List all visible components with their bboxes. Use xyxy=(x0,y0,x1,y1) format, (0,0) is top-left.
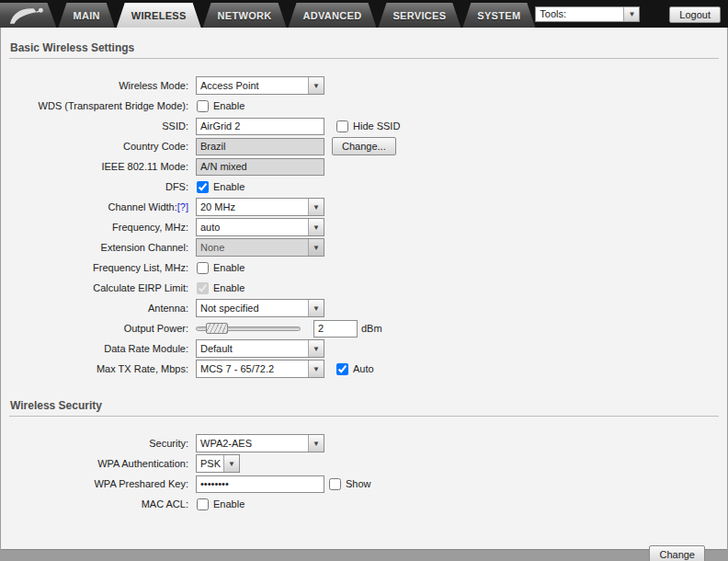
ssid-input[interactable] xyxy=(196,118,324,135)
wpa-auth-label: WPA Authentication: xyxy=(1,458,196,469)
top-nav-bar: MAIN WIRELESS NETWORK ADVANCED SERVICES … xyxy=(0,0,728,28)
country-code-input xyxy=(196,138,324,155)
wpa-auth-select[interactable]: PSK ▼ xyxy=(196,454,240,473)
wds-enable-label: Enable xyxy=(212,100,245,111)
wds-enable-checkbox[interactable] xyxy=(197,100,209,112)
frequency-list-row: Frequency List, MHz: Enable xyxy=(1,258,727,278)
wds-label: WDS (Transparent Bridge Mode): xyxy=(1,100,196,111)
mac-acl-enable-label: Enable xyxy=(212,498,245,509)
max-tx-rate-auto-label: Auto xyxy=(352,363,374,374)
tab-wireless[interactable]: WIRELESS xyxy=(117,3,201,28)
hide-ssid-checkbox[interactable] xyxy=(336,120,348,132)
airos-wireless-page: MAIN WIRELESS NETWORK ADVANCED SERVICES … xyxy=(0,0,728,561)
security-mode-label: Security: xyxy=(1,438,196,449)
tab-advanced[interactable]: ADVANCED xyxy=(289,3,377,28)
chevron-down-icon: ▼ xyxy=(308,219,324,235)
basic-wireless-settings-heading: Basic Wireless Settings xyxy=(9,28,719,59)
brand-tab[interactable] xyxy=(0,3,56,28)
wds-row: WDS (Transparent Bridge Mode): Enable xyxy=(1,96,727,116)
wpa-auth-row: WPA Authentication: PSK ▼ xyxy=(1,453,727,474)
frequency-label: Frequency, MHz: xyxy=(1,222,196,233)
logout-button[interactable]: Logout xyxy=(669,6,721,23)
output-power-row: Output Power: dBm xyxy=(1,318,727,338)
footer-actions: Change xyxy=(1,545,727,561)
wireless-mode-select[interactable]: Access Point ▼ xyxy=(196,76,324,95)
wpa-preshared-key-input[interactable] xyxy=(196,475,324,493)
ssid-label: SSID: xyxy=(1,120,196,132)
chevron-down-icon: ▼ xyxy=(308,300,324,316)
data-rate-module-row: Data Rate Module: Default ▼ xyxy=(1,338,727,359)
wpa-key-row: WPA Preshared Key: Show xyxy=(1,474,727,494)
ieee-mode-label: IEEE 802.11 Mode: xyxy=(1,161,196,172)
hide-ssid-label: Hide SSID xyxy=(352,120,400,132)
frequency-value: auto xyxy=(197,219,308,235)
ieee-mode-row: IEEE 802.11 Mode: xyxy=(1,156,727,177)
max-tx-rate-select[interactable]: MCS 7 - 65/72.2 ▼ xyxy=(196,360,324,378)
eirp-limit-enable-checkbox xyxy=(197,282,209,294)
output-power-slider[interactable] xyxy=(196,320,301,337)
chevron-down-icon: ▼ xyxy=(623,7,639,21)
extension-channel-value: None xyxy=(197,239,308,256)
tab-network[interactable]: NETWORK xyxy=(203,3,287,28)
antenna-logo-icon xyxy=(7,6,50,26)
max-tx-rate-value: MCS 7 - 65/72.2 xyxy=(197,361,308,377)
tab-system[interactable]: SYSTEM xyxy=(462,3,535,28)
chevron-down-icon: ▼ xyxy=(308,361,324,377)
eirp-limit-row: Calculate EIRP Limit: Enable xyxy=(1,278,727,298)
channel-width-value: 20 MHz xyxy=(197,199,308,215)
wireless-mode-value: Access Point xyxy=(197,77,308,94)
antenna-row: Antenna: Not specified ▼ xyxy=(1,298,727,318)
country-code-row: Country Code: Change... xyxy=(1,136,727,156)
frequency-list-enable-label: Enable xyxy=(212,262,245,273)
chevron-down-icon: ▼ xyxy=(223,455,239,472)
chevron-down-icon: ▼ xyxy=(308,239,324,256)
security-mode-select[interactable]: WPA2-AES ▼ xyxy=(196,434,324,452)
eirp-limit-enable-label: Enable xyxy=(212,282,245,293)
wireless-mode-label: Wireless Mode: xyxy=(1,80,196,91)
frequency-list-label: Frequency List, MHz: xyxy=(1,262,196,273)
output-power-unit: dBm xyxy=(361,323,382,334)
antenna-value: Not specified xyxy=(197,300,308,316)
antenna-select[interactable]: Not specified ▼ xyxy=(196,299,324,317)
dfs-enable-checkbox[interactable] xyxy=(197,181,209,193)
mac-acl-enable-checkbox[interactable] xyxy=(197,498,209,510)
chevron-down-icon: ▼ xyxy=(308,77,324,94)
frequency-select[interactable]: auto ▼ xyxy=(196,218,324,236)
extension-channel-row: Extension Channel: None ▼ xyxy=(1,237,727,258)
frequency-list-enable-checkbox[interactable] xyxy=(197,262,209,274)
slider-handle[interactable] xyxy=(206,323,228,334)
wireless-security-heading: Wireless Security xyxy=(9,379,719,417)
channel-width-help-link[interactable]: [?] xyxy=(177,201,188,212)
wireless-security-form: Security: WPA2-AES ▼ WPA Authentication:… xyxy=(1,417,727,514)
max-tx-rate-label: Max TX Rate, Mbps: xyxy=(1,363,196,374)
tools-select[interactable]: Tools: ▼ xyxy=(535,6,640,22)
country-change-button[interactable]: Change... xyxy=(332,137,396,155)
tools-select-value: Tools: xyxy=(536,7,623,21)
settings-panel: Basic Wireless Settings Wireless Mode: A… xyxy=(1,28,727,550)
output-power-input[interactable] xyxy=(313,320,358,338)
frequency-row: Frequency, MHz: auto ▼ xyxy=(1,217,727,237)
extension-channel-select: None ▼ xyxy=(196,238,324,257)
extension-channel-label: Extension Channel: xyxy=(1,242,196,253)
max-tx-rate-auto-checkbox[interactable] xyxy=(336,363,348,375)
max-tx-rate-row: Max TX Rate, Mbps: MCS 7 - 65/72.2 ▼ Aut… xyxy=(1,359,727,379)
change-button[interactable]: Change xyxy=(649,545,705,561)
antenna-label: Antenna: xyxy=(1,303,196,314)
channel-width-select[interactable]: 20 MHz ▼ xyxy=(196,198,324,216)
chevron-down-icon: ▼ xyxy=(308,435,324,452)
dfs-label: DFS: xyxy=(1,181,196,192)
country-code-label: Country Code: xyxy=(1,141,196,152)
show-key-checkbox[interactable] xyxy=(329,478,341,490)
chevron-down-icon: ▼ xyxy=(308,340,324,357)
basic-wireless-form: Wireless Mode: Access Point ▼ WDS (Trans… xyxy=(1,59,727,379)
output-power-label: Output Power: xyxy=(1,323,196,334)
tab-services[interactable]: SERVICES xyxy=(378,3,461,28)
channel-width-row: Channel Width:[?] 20 MHz ▼ xyxy=(1,197,727,217)
tab-main[interactable]: MAIN xyxy=(58,3,114,28)
data-rate-module-select[interactable]: Default ▼ xyxy=(196,339,324,358)
security-mode-value: WPA2-AES xyxy=(197,435,308,452)
dfs-row: DFS: Enable xyxy=(1,177,727,197)
dfs-enable-label: Enable xyxy=(212,181,245,192)
ieee-mode-input xyxy=(196,158,324,176)
header-right-controls: Tools: ▼ Logout xyxy=(535,6,728,23)
